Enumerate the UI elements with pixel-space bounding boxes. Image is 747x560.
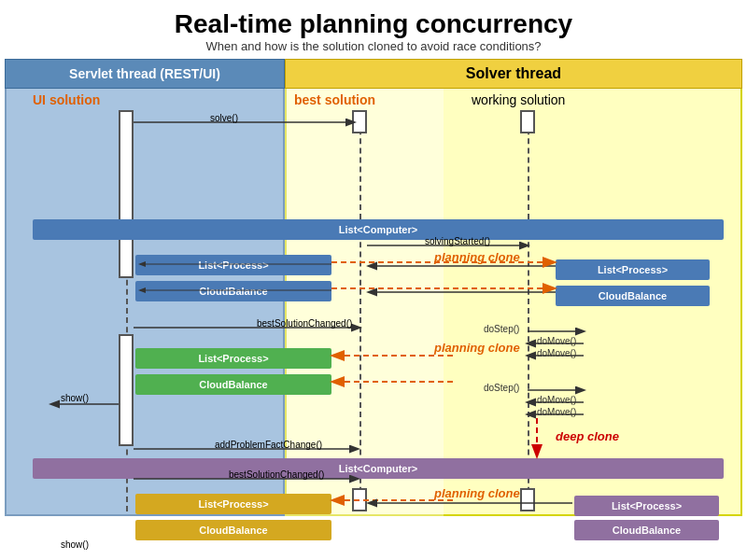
best-solution-changed-2-label: bestSolutionChanged() <box>229 469 324 480</box>
solver-header: Solver thread <box>285 59 742 89</box>
list-process-solver-1-label: List<Process> <box>598 264 668 275</box>
best-lifeline <box>359 110 361 511</box>
list-computer-bar-2: List<Computer> <box>33 458 724 479</box>
servlet-header: Servlet thread (REST/UI) <box>5 59 285 89</box>
activation-ui-2 <box>119 334 134 446</box>
planning-clone-3-label: planning clone <box>434 486 520 500</box>
best-solution-label: best solution <box>294 92 375 107</box>
list-process-green-1-label: List<Process> <box>198 353 268 364</box>
planning-clone-2-label: planning clone <box>434 341 520 355</box>
best-solution-column <box>285 89 444 516</box>
diagram: Servlet thread (REST/UI) Solver thread U… <box>5 59 742 516</box>
activation-ui-1 <box>119 110 134 278</box>
do-step-1-label: doStep() <box>484 324 519 334</box>
solver-header-label: Solver thread <box>466 65 561 82</box>
cloud-balance-yellow-label: CloudBalance <box>199 525 267 536</box>
show-2-label: show() <box>61 539 89 550</box>
activation-working-1 <box>520 110 535 133</box>
list-process-1-label: List<Process> <box>198 259 268 271</box>
page-title: Real-time planning concurrency <box>0 0 747 39</box>
do-move-2b-label: doMove() <box>537 407 576 417</box>
list-process-solver-1: List<Process> <box>556 259 710 280</box>
servlet-header-label: Servlet thread (REST/UI) <box>69 66 220 81</box>
list-process-green-1: List<Process> <box>135 348 331 369</box>
cloud-balance-bar-1: CloudBalance <box>135 281 331 301</box>
list-process-purple-label: List<Process> <box>612 500 682 511</box>
do-step-2-label: doStep() <box>484 383 519 393</box>
activation-best-2 <box>352 488 367 511</box>
solving-started-label: solvingStarted() <box>425 236 490 246</box>
activation-working-2 <box>520 488 535 511</box>
cloud-balance-solver-1: CloudBalance <box>556 286 710 306</box>
cloud-balance-green-1-label: CloudBalance <box>199 379 267 390</box>
list-computer-bar-1: List<Computer> <box>33 219 724 240</box>
activation-best-1 <box>352 110 367 133</box>
list-process-yellow: List<Process> <box>135 494 331 514</box>
cloud-balance-purple: CloudBalance <box>574 520 719 540</box>
do-move-1b-label: doMove() <box>537 348 576 358</box>
planning-clone-1-label: planning clone <box>434 250 520 264</box>
solve-label: solve() <box>210 113 238 123</box>
cloud-balance-solver-1-label: CloudBalance <box>599 290 667 301</box>
add-problem-label: addProblemFactChange() <box>215 440 322 450</box>
cloud-balance-purple-label: CloudBalance <box>613 525 681 536</box>
deep-clone-label: deep clone <box>556 429 619 443</box>
cloud-balance-1-label: CloudBalance <box>199 286 267 297</box>
working-lifeline <box>528 110 529 511</box>
do-move-2a-label: doMove() <box>537 395 576 405</box>
list-process-purple: List<Process> <box>574 496 719 516</box>
cloud-balance-green-1: CloudBalance <box>135 374 331 395</box>
list-process-bar-1: List<Process> <box>135 255 331 275</box>
list-process-yellow-label: List<Process> <box>198 498 268 510</box>
best-solution-changed-1-label: bestSolutionChanged() <box>257 318 352 329</box>
ui-solution-label: UI solution <box>33 92 100 107</box>
list-computer-1-label: List<Computer> <box>339 224 417 235</box>
list-computer-2-label: List<Computer> <box>339 463 417 474</box>
cloud-balance-yellow: CloudBalance <box>135 520 331 540</box>
working-solution-label: working solution <box>472 92 565 107</box>
page-subtitle: When and how is the solution cloned to a… <box>0 39 747 53</box>
do-move-1a-label: doMove() <box>537 336 576 346</box>
show-1-label: show() <box>61 393 89 403</box>
